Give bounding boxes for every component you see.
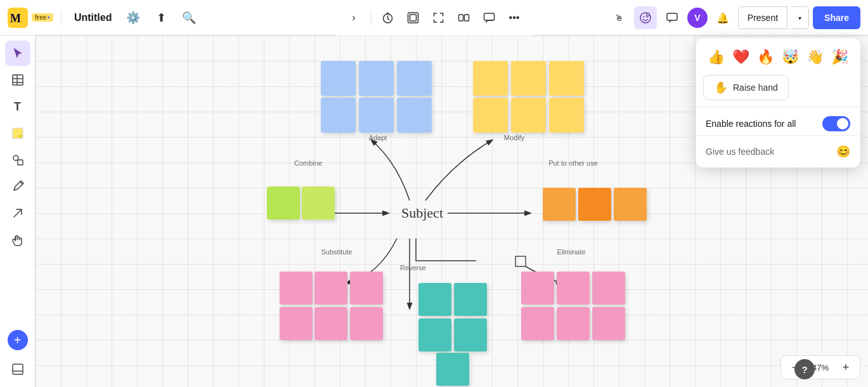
pen-tool-btn[interactable] xyxy=(5,174,30,199)
sticky-teal-3[interactable] xyxy=(418,318,451,351)
collapse-btn[interactable]: › xyxy=(342,6,365,29)
sticky-pink-6[interactable] xyxy=(350,307,383,340)
sticky-pink-r-6[interactable] xyxy=(592,307,625,340)
sticky-yellow-6[interactable] xyxy=(549,98,584,133)
sticky-blue-5[interactable] xyxy=(359,98,394,133)
branch-label-combine: Combine xyxy=(289,159,327,167)
popup-divider xyxy=(696,107,860,107)
emoji-row: 👍 ❤️ 🔥 🤯 👋 🎉 xyxy=(696,46,860,75)
sticky-yellow-5[interactable] xyxy=(511,98,546,133)
hand-tool-btn[interactable] xyxy=(5,227,30,253)
fire-btn[interactable]: 🔥 xyxy=(755,46,776,69)
timer-icon xyxy=(381,11,394,24)
separator xyxy=(370,10,371,25)
arrow-icon xyxy=(11,207,24,220)
sticky-blue-3[interactable] xyxy=(397,61,432,96)
sticky-pink-3[interactable] xyxy=(350,272,383,305)
enable-reactions-toggle[interactable] xyxy=(822,116,850,131)
sticky-pink-5[interactable] xyxy=(314,307,347,340)
sticky-pink-r-1[interactable] xyxy=(521,272,554,305)
search-button[interactable]: 🔍 xyxy=(178,6,200,29)
sticky-yellow-4[interactable] xyxy=(473,98,508,133)
sticky-blue-1[interactable] xyxy=(321,61,356,96)
help-button[interactable]: ? xyxy=(794,359,815,379)
frames-btn[interactable] xyxy=(401,6,424,29)
party-btn[interactable]: 🎉 xyxy=(829,46,850,69)
svg-rect-21 xyxy=(515,256,526,266)
chat-btn[interactable] xyxy=(661,6,683,29)
right-toolbar: 🖱 V 🔔 Present ▾ Share xyxy=(600,0,868,36)
reactions-icon xyxy=(639,11,652,24)
user-avatar[interactable]: V xyxy=(687,8,708,28)
integrations-btn[interactable] xyxy=(452,6,475,29)
sticky-green-1[interactable] xyxy=(267,187,300,220)
zoom-in-btn[interactable]: + xyxy=(837,358,855,376)
miro-logo: M free • xyxy=(8,8,53,28)
arrow-tool-btn[interactable] xyxy=(5,200,30,226)
table-tool-btn[interactable] xyxy=(5,67,30,93)
sticky-yellow-3[interactable] xyxy=(549,61,584,96)
sticky-green-2[interactable] xyxy=(302,187,335,220)
heart-btn[interactable]: ❤️ xyxy=(730,46,751,69)
sticky-pink-2[interactable] xyxy=(314,272,347,305)
miro-logo-icon: M xyxy=(8,8,28,28)
sticky-tool-btn[interactable] xyxy=(5,121,30,146)
sticky-teal-4[interactable] xyxy=(454,318,487,351)
sticky-blue-2[interactable] xyxy=(359,61,394,96)
svg-text:M: M xyxy=(10,12,21,25)
sticky-yellow-1[interactable] xyxy=(473,61,508,96)
sticky-orange-3[interactable] xyxy=(614,188,647,221)
subject-node[interactable]: Subject xyxy=(378,197,467,229)
cursor-share-btn[interactable]: 🖱 xyxy=(607,6,630,29)
timer-btn[interactable] xyxy=(376,6,399,29)
sticky-teal-2[interactable] xyxy=(454,283,487,316)
mind-blown-btn[interactable]: 🤯 xyxy=(780,46,801,69)
integrations-icon xyxy=(457,11,470,24)
sticky-orange-2[interactable] xyxy=(578,188,611,221)
share-button[interactable]: Share xyxy=(813,6,860,29)
sticky-pink-1[interactable] xyxy=(280,272,313,305)
text-tool-btn[interactable]: T xyxy=(5,94,30,119)
sticky-pink-r-2[interactable] xyxy=(557,272,590,305)
comments-btn[interactable] xyxy=(477,6,500,29)
fullscreen-btn[interactable] xyxy=(427,6,450,29)
sticky-pink-r-3[interactable] xyxy=(592,272,625,305)
settings-button[interactable]: ⚙️ xyxy=(122,6,145,29)
add-apps-btn[interactable]: + xyxy=(8,330,28,350)
svg-rect-15 xyxy=(13,128,23,138)
present-dropdown-btn[interactable]: ▾ xyxy=(791,6,809,29)
sticky-yellow-2[interactable] xyxy=(511,61,546,96)
svg-rect-10 xyxy=(667,13,677,20)
shapes-tool-btn[interactable] xyxy=(5,147,30,173)
wave-btn[interactable]: 👋 xyxy=(805,46,826,69)
sticky-pink-r-5[interactable] xyxy=(557,307,590,340)
raise-hand-button[interactable]: ✋ Raise hand xyxy=(703,75,789,100)
svg-rect-17 xyxy=(18,160,23,165)
reactions-popup: 👍 ❤️ 🔥 🤯 👋 🎉 ✋ Raise hand Enable reactio… xyxy=(696,38,860,167)
sticky-teal-5[interactable] xyxy=(436,353,469,386)
bottom-panel-btn[interactable] xyxy=(5,357,30,382)
feedback-label[interactable]: Give us feedback xyxy=(706,147,774,157)
thumbs-up-btn[interactable]: 👍 xyxy=(706,46,727,69)
chat-icon xyxy=(666,11,678,24)
select-tool-btn[interactable] xyxy=(5,41,30,66)
sticky-blue-6[interactable] xyxy=(397,98,432,133)
svg-rect-3 xyxy=(386,13,389,14)
sticky-orange-1[interactable] xyxy=(543,188,576,221)
sticky-pink-r-4[interactable] xyxy=(521,307,554,340)
enable-reactions-label: Enable reactions for all xyxy=(706,119,796,129)
separator xyxy=(61,10,62,25)
more-tools-btn[interactable]: ••• xyxy=(503,6,526,29)
svg-rect-6 xyxy=(458,15,463,21)
cursor-icon xyxy=(11,47,24,60)
board-title[interactable]: Untitled xyxy=(69,10,117,26)
present-button[interactable]: Present xyxy=(738,6,787,29)
svg-rect-5 xyxy=(410,15,416,21)
sticky-pink-4[interactable] xyxy=(280,307,313,340)
reactions-btn[interactable] xyxy=(634,6,657,29)
notifications-btn[interactable]: 🔔 xyxy=(711,6,734,29)
sticky-teal-1[interactable] xyxy=(418,283,451,316)
share-export-button[interactable]: ⬆ xyxy=(150,6,172,29)
sticky-blue-4[interactable] xyxy=(321,98,356,133)
feedback-icon: 😊 xyxy=(836,145,850,159)
